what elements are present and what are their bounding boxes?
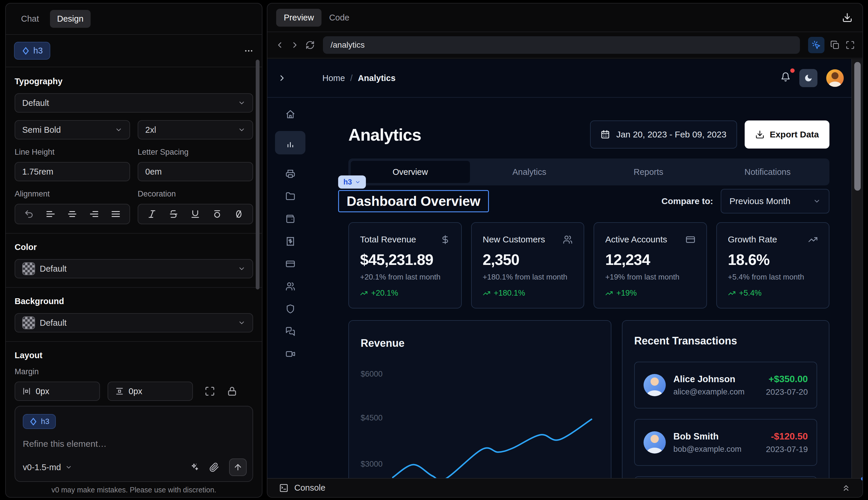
- overline-icon[interactable]: [212, 209, 222, 219]
- sidebar-item-wallet[interactable]: [286, 214, 295, 224]
- tab-overview[interactable]: Overview: [351, 161, 470, 183]
- italic-icon[interactable]: [147, 209, 157, 219]
- transaction-row[interactable]: Alice Johnson alice@example.com +$350.00…: [634, 362, 817, 408]
- moon-icon: [804, 74, 813, 82]
- console-bar[interactable]: Console: [267, 478, 863, 497]
- model-select[interactable]: v0-1.5-md: [23, 463, 72, 472]
- font-family-select[interactable]: Default: [15, 93, 253, 113]
- more-options-icon[interactable]: [244, 46, 254, 56]
- app-main: Analytics Jan 20, 2023 - Feb 09, 2023 Ex…: [313, 98, 851, 478]
- background-section-label: Background: [15, 296, 253, 306]
- transaction-row[interactable]: Bob Smith bob@example.com -$120.50 2023-…: [634, 419, 817, 466]
- selected-element-badge[interactable]: h3: [14, 42, 50, 60]
- stat-card-growth-rate: Growth Rate 18.6% +5.4% from last month …: [716, 222, 830, 308]
- preview-scrollbar-thumb[interactable]: [854, 62, 861, 191]
- margin-x-value: 0px: [36, 387, 49, 396]
- notifications-button[interactable]: [780, 72, 790, 84]
- composer-input[interactable]: Refine this element…: [23, 439, 245, 449]
- no-decoration-icon[interactable]: [234, 209, 244, 219]
- letter-spacing-input[interactable]: 0em: [138, 162, 253, 181]
- tab-chat[interactable]: Chat: [14, 10, 46, 28]
- sidebar-item-security[interactable]: [286, 304, 295, 314]
- section-heading-selected[interactable]: Dashboard Overview: [338, 190, 489, 212]
- paperclip-icon[interactable]: [209, 462, 219, 472]
- compare-select[interactable]: Previous Month: [721, 189, 830, 214]
- font-weight-select[interactable]: Semi Bold: [15, 120, 130, 139]
- layout-section-label: Layout: [15, 351, 253, 360]
- margin-y-input[interactable]: 0px: [107, 382, 193, 401]
- stat-subtext: +20.1% from last month: [360, 273, 450, 282]
- back-icon[interactable]: [275, 41, 285, 50]
- sidebar-item-files[interactable]: [286, 192, 295, 201]
- preview-scrollbar[interactable]: [851, 59, 863, 478]
- app-sidebar: [267, 98, 313, 478]
- refine-composer: h3 Refine this element… v0-1.5-md: [15, 406, 253, 482]
- export-label: Export Data: [770, 129, 819, 139]
- tab-preview[interactable]: Preview: [276, 9, 322, 26]
- design-panel: Chat Design h3 Typography Default Semi B…: [5, 3, 263, 498]
- tab-notifications[interactable]: Notifications: [708, 161, 828, 183]
- trending-up-icon: [728, 289, 736, 297]
- tab-design[interactable]: Design: [50, 10, 90, 28]
- align-center-icon[interactable]: [67, 209, 77, 219]
- sidebar-item-receipts[interactable]: [286, 237, 295, 246]
- underline-icon[interactable]: [190, 209, 200, 219]
- refresh-icon[interactable]: [305, 41, 315, 50]
- chevrons-up-icon[interactable]: [842, 483, 851, 493]
- align-left-icon[interactable]: [46, 209, 56, 219]
- chevron-down-icon: [65, 464, 72, 471]
- chevron-down-icon: [115, 126, 123, 134]
- selection-tag-pill[interactable]: h3: [338, 175, 366, 189]
- line-height-input[interactable]: 1.75rem: [15, 162, 130, 181]
- download-icon: [755, 130, 765, 139]
- margin-x-input[interactable]: 0px: [15, 382, 100, 401]
- download-icon[interactable]: [842, 12, 853, 23]
- date-range-button[interactable]: Jan 20, 2023 - Feb 09, 2023: [590, 121, 737, 149]
- transparent-swatch-icon: [22, 262, 35, 275]
- avatar[interactable]: [826, 69, 844, 87]
- sidebar-item-analytics[interactable]: [286, 139, 295, 149]
- stat-card-new-customers: New Customers 2,350 +180.1% from last mo…: [471, 222, 585, 308]
- font-family-value: Default: [22, 98, 233, 108]
- inspect-cursor-button[interactable]: [808, 37, 824, 53]
- notification-badge: [790, 68, 795, 73]
- pointer-click-icon: [812, 41, 821, 50]
- sidebar-item-users[interactable]: [286, 282, 295, 291]
- sidebar-item-video[interactable]: [286, 349, 295, 359]
- composer-element-badge[interactable]: h3: [23, 414, 56, 429]
- breadcrumb-home[interactable]: Home: [322, 73, 345, 83]
- bell-icon: [780, 72, 790, 82]
- fullscreen-icon[interactable]: [845, 41, 855, 50]
- send-button[interactable]: [229, 458, 247, 476]
- lock-icon[interactable]: [227, 386, 237, 397]
- sidebar-item-invoices[interactable]: [286, 169, 295, 179]
- tab-code[interactable]: Code: [322, 9, 357, 26]
- sidebar-item-home[interactable]: [286, 109, 295, 119]
- theme-toggle-button[interactable]: [799, 69, 818, 87]
- sidebar-item-messages[interactable]: [286, 327, 295, 336]
- tab-reports[interactable]: Reports: [589, 161, 708, 183]
- copy-icon[interactable]: [830, 41, 840, 50]
- background-select[interactable]: Default: [15, 313, 253, 332]
- sparkles-icon[interactable]: [189, 462, 199, 472]
- undo-icon[interactable]: [24, 209, 34, 219]
- sidebar-item-cards[interactable]: [286, 259, 295, 269]
- export-data-button[interactable]: Export Data: [745, 121, 830, 149]
- strikethrough-icon[interactable]: [169, 209, 178, 219]
- color-select[interactable]: Default: [15, 259, 253, 279]
- url-input[interactable]: /analytics: [323, 36, 800, 54]
- panel-scrollbar[interactable]: [256, 60, 259, 289]
- preview-panel: Preview Code /analytics Home / Analytics: [267, 3, 863, 498]
- sidebar-toggle-icon[interactable]: [277, 73, 287, 83]
- breadcrumb-separator: /: [350, 73, 352, 83]
- trending-up-icon: [483, 289, 490, 297]
- panel-tab-bar: Chat Design: [6, 3, 262, 35]
- tab-analytics[interactable]: Analytics: [470, 161, 589, 183]
- forward-icon[interactable]: [290, 41, 300, 50]
- expand-icon[interactable]: [205, 386, 215, 397]
- diamond-icon: [29, 418, 37, 426]
- users-icon: [563, 235, 572, 245]
- font-size-select[interactable]: 2xl: [138, 120, 253, 139]
- align-justify-icon[interactable]: [111, 209, 121, 219]
- align-right-icon[interactable]: [89, 209, 99, 219]
